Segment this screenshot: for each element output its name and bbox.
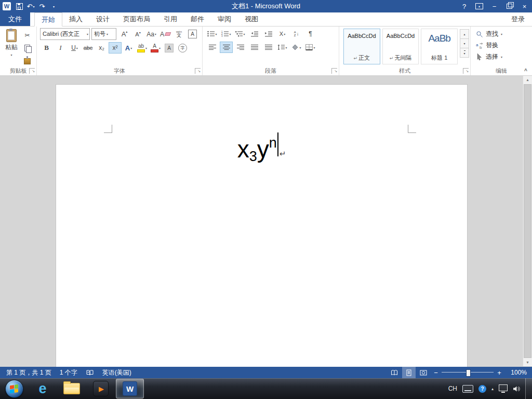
font-color-button[interactable]: A▾: [149, 42, 162, 54]
tab-file[interactable]: 文件: [0, 12, 30, 26]
font-size-combo[interactable]: 初号▾: [91, 28, 116, 40]
shading-button[interactable]: ▾: [290, 42, 303, 53]
tray-help-icon[interactable]: ?: [478, 385, 486, 393]
paragraph-dialog-launcher[interactable]: ↘: [331, 68, 337, 74]
tab-home[interactable]: 开始: [34, 12, 62, 26]
line-spacing-button[interactable]: ▾: [276, 42, 289, 53]
qat-customize-button[interactable]: ▾: [48, 1, 59, 11]
restore-button[interactable]: [502, 0, 517, 12]
paste-button[interactable]: 粘贴 ▾: [2, 28, 21, 67]
zoom-slider-thumb[interactable]: [466, 369, 471, 377]
redo-button[interactable]: ↷: [37, 1, 47, 11]
font-dialog-launcher[interactable]: ↘: [195, 68, 201, 74]
increase-indent-button[interactable]: [262, 28, 275, 39]
network-icon[interactable]: [499, 384, 508, 391]
zoom-out-button[interactable]: −: [431, 369, 441, 377]
word-count-indicator[interactable]: 1 个字: [56, 367, 82, 378]
hidden-icons-button[interactable]: ▴: [491, 387, 494, 391]
scroll-up-button[interactable]: ▴: [523, 76, 532, 84]
italic-button[interactable]: I: [54, 42, 68, 54]
style-normal[interactable]: AaBbCcDd ↵正文: [343, 29, 380, 64]
cut-button[interactable]: ✂: [21, 30, 34, 41]
zoom-in-button[interactable]: +: [495, 369, 504, 377]
tab-design[interactable]: 设计: [89, 12, 116, 26]
replace-button[interactable]: ab 替换: [476, 41, 530, 50]
word-app-icon[interactable]: W: [3, 2, 11, 10]
scroll-down-button[interactable]: ▾: [523, 358, 532, 366]
select-button[interactable]: 选择 ▾: [476, 52, 530, 62]
find-button[interactable]: 查找 ▾: [476, 29, 530, 39]
clear-formatting-button[interactable]: A: [158, 29, 172, 40]
tab-review[interactable]: 审阅: [211, 12, 238, 26]
start-button[interactable]: [0, 378, 28, 399]
sort-button[interactable]: AZ↓: [290, 28, 303, 39]
style-no-spacing[interactable]: AaBbCcDd ↵无间隔: [382, 29, 419, 64]
distribute-button[interactable]: [262, 42, 275, 53]
tab-view[interactable]: 视图: [238, 12, 265, 26]
zoom-level[interactable]: 100%: [505, 369, 530, 376]
font-name-combo[interactable]: Calibri (西文正▾: [40, 28, 90, 40]
borders-button[interactable]: ▾: [304, 42, 317, 53]
styles-scroll-up-button[interactable]: ▴: [460, 29, 469, 39]
zoom-slider[interactable]: [442, 367, 494, 378]
ribbon-display-options-button[interactable]: ▴: [472, 0, 487, 12]
numbering-button[interactable]: 123▾: [220, 28, 233, 39]
proofing-status-button[interactable]: [82, 367, 98, 378]
undo-button[interactable]: ↶▾: [25, 1, 36, 11]
text-effects-button[interactable]: A▾: [122, 42, 135, 54]
tab-insert[interactable]: 插入: [62, 12, 89, 26]
shrink-font-button[interactable]: A▾: [131, 29, 144, 40]
justify-button[interactable]: [248, 42, 261, 53]
tab-page-layout[interactable]: 页面布局: [116, 12, 157, 26]
sign-in-link[interactable]: 登录: [504, 12, 532, 26]
character-shading-button[interactable]: A: [163, 42, 176, 54]
align-left-button[interactable]: [206, 42, 219, 53]
styles-gallery-more-button[interactable]: ▾: [460, 48, 469, 58]
tab-mailings[interactable]: 邮件: [184, 12, 211, 26]
web-layout-button[interactable]: [417, 367, 430, 378]
multilevel-list-button[interactable]: ▾: [234, 28, 247, 39]
keyboard-icon[interactable]: [462, 385, 473, 393]
print-layout-button[interactable]: [402, 367, 416, 378]
align-right-button[interactable]: [234, 42, 247, 53]
taskbar-media-player-button[interactable]: ▶: [87, 379, 115, 398]
superscript-button[interactable]: x²: [109, 42, 122, 54]
change-case-button[interactable]: Aa▾: [145, 29, 158, 40]
styles-dialog-launcher[interactable]: ↘: [463, 68, 469, 74]
page-number-indicator[interactable]: 第 1 页，共 1 页: [2, 367, 56, 378]
show-formatting-marks-button[interactable]: ¶: [304, 28, 317, 39]
document-page[interactable]: x3yn↵: [56, 85, 467, 367]
copy-button[interactable]: [21, 42, 34, 54]
taskbar-internet-explorer-button[interactable]: e: [29, 379, 57, 398]
minimize-button[interactable]: −: [487, 0, 502, 12]
enclose-characters-button[interactable]: 字: [176, 42, 189, 54]
scrollbar-thumb[interactable]: [524, 84, 531, 358]
taskbar-word-button[interactable]: W: [116, 379, 144, 398]
collapse-ribbon-button[interactable]: ^: [522, 68, 529, 74]
grow-font-button[interactable]: A▴: [118, 29, 131, 40]
language-indicator[interactable]: 英语(美国): [98, 367, 136, 378]
highlight-color-button[interactable]: ab▾: [136, 42, 149, 54]
underline-button[interactable]: U▾: [68, 42, 81, 54]
vertical-scrollbar[interactable]: ▴ ▾: [523, 76, 532, 366]
style-heading-1[interactable]: AaBb 标题 1: [421, 29, 458, 64]
decrease-indent-button[interactable]: [248, 28, 261, 39]
clipboard-dialog-launcher[interactable]: ↘: [29, 68, 35, 74]
help-button[interactable]: ?: [457, 0, 472, 12]
taskbar-explorer-button[interactable]: [58, 379, 86, 398]
strikethrough-button[interactable]: abc: [82, 42, 95, 54]
character-border-button[interactable]: A: [186, 29, 199, 40]
volume-icon[interactable]: [513, 385, 520, 392]
close-button[interactable]: ×: [517, 0, 532, 12]
styles-scroll-down-button[interactable]: ▾: [460, 38, 469, 48]
read-mode-button[interactable]: [388, 367, 401, 378]
tab-references[interactable]: 引用: [157, 12, 184, 26]
align-center-button[interactable]: [220, 42, 233, 53]
bold-button[interactable]: B: [40, 42, 53, 54]
asian-layout-button[interactable]: X▾: [276, 28, 289, 39]
show-desktop-button[interactable]: [525, 378, 532, 399]
phonetic-guide-button[interactable]: wén文: [172, 29, 185, 40]
subscript-button[interactable]: x₂: [95, 42, 108, 54]
format-painter-button[interactable]: [21, 55, 34, 66]
save-button[interactable]: [14, 1, 24, 11]
